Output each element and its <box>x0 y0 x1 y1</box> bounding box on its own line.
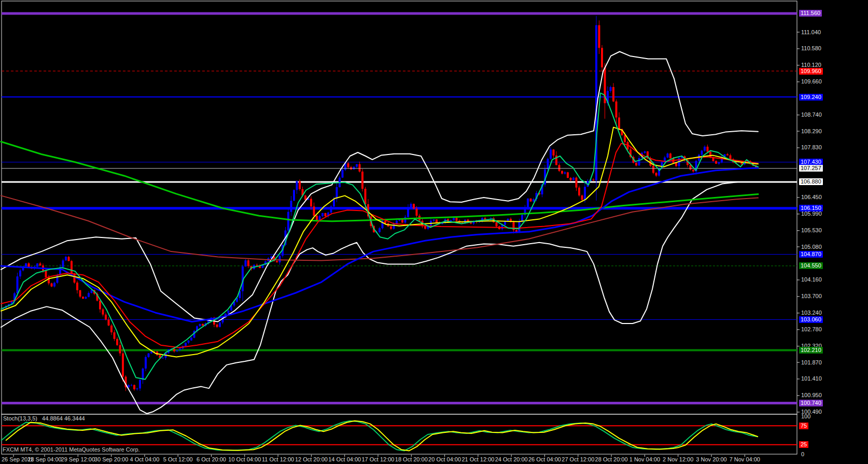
price-axis-label: 103.700 <box>801 293 822 300</box>
time-axis-label: 26 Oct 04:00 <box>528 456 561 462</box>
price-axis-label: 110.580 <box>801 45 821 52</box>
time-axis-label: 14 Oct 04:00 <box>328 456 361 462</box>
stoch-axis-label: 0 <box>801 451 804 458</box>
price-chart-canvas[interactable] <box>0 0 868 464</box>
stochastic-values: 44.8864 46.3444 <box>42 415 85 421</box>
price-axis-label: 105.990 <box>801 210 822 217</box>
price-level-label: 104.550 <box>799 262 823 269</box>
ma-yellow <box>1 127 758 357</box>
time-axis-label: 5 Oct 12:00 <box>163 456 193 462</box>
ma-red <box>1 144 758 348</box>
stoch-level-label: 25 <box>799 441 808 448</box>
mt4-chart-window: 111.560111.040110.580110.120109.960109.6… <box>0 0 868 464</box>
time-axis-label: 30 Sep 20:00 <box>94 456 128 462</box>
time-axis-label: 3 Nov 20:00 <box>696 456 726 462</box>
price-level-label: 103.060 <box>799 316 823 323</box>
time-axis-label: 28 Sep 04:00 <box>27 456 61 462</box>
price-level-label: 100.740 <box>799 400 823 406</box>
time-axis-label: 6 Oct 20:00 <box>197 456 226 462</box>
price-axis-label: 103.240 <box>801 310 822 316</box>
time-axis-label: 2 Nov 12:00 <box>663 456 693 462</box>
price-axis-label: 104.160 <box>801 276 822 283</box>
price-axis-label: 100.950 <box>801 392 822 399</box>
time-axis-label: 10 Oct 04:00 <box>228 456 261 462</box>
time-axis-label: 28 Oct 20:00 <box>595 456 628 462</box>
price-axis-label: 106.450 <box>801 194 822 201</box>
time-axis-label: 21 Oct 12:00 <box>461 456 494 462</box>
time-axis-label: 1 Nov 04:00 <box>629 456 660 462</box>
price-axis-label: 101.410 <box>801 375 822 382</box>
price-axis-label: 105.530 <box>801 227 822 234</box>
price-level-label: 111.560 <box>799 10 822 17</box>
price-level-label: 106.880 <box>799 178 823 185</box>
price-axis-label: 108.740 <box>801 111 822 118</box>
time-axis-label: 12 Oct 20:00 <box>295 456 328 462</box>
time-axis-label: 18 Oct 20:00 <box>395 456 428 462</box>
price-axis-label: 107.830 <box>801 144 822 151</box>
time-axis-label: 20 Oct 04:00 <box>428 456 461 462</box>
price-axis-label: 102.780 <box>801 326 822 333</box>
time-axis-label: 27 Oct 12:00 <box>562 456 594 462</box>
price-level-label: 109.240 <box>799 94 823 101</box>
time-axis-label: 17 Oct 12:00 <box>362 456 395 462</box>
price-level-label: 102.210 <box>799 347 823 354</box>
stochastic-name: Stoch(13,3,5) <box>3 415 37 421</box>
stochastic-indicator-label: Stoch(13,3,5) 44.8864 46.3444 <box>3 415 85 421</box>
price-axis-label: 105.080 <box>801 244 822 250</box>
panel-frames <box>2 1 797 454</box>
time-axis-label: 7 Nov 04:00 <box>730 456 760 462</box>
time-axis-label: 11 Oct 12:00 <box>262 456 294 462</box>
price-axis-label: 101.870 <box>801 359 822 366</box>
ma-blue <box>1 168 758 322</box>
price-level-label: 107.257 <box>799 165 823 172</box>
stoch-level-label: 75 <box>799 423 808 429</box>
price-axis-label: 108.290 <box>801 128 822 135</box>
time-axis-label: 24 Oct 20:00 <box>495 456 528 462</box>
price-level-label: 104.870 <box>799 251 823 258</box>
stoch-axis-label: 100 <box>801 413 810 420</box>
horizontal-lines[interactable] <box>2 13 797 403</box>
time-axis-label: 4 Oct 04:00 <box>130 456 159 462</box>
time-axis-label: 29 Sep 12:00 <box>61 456 95 462</box>
copyright-text: FXCM MT4, © 2001-2011 MetaQuotes Softwar… <box>3 446 140 453</box>
price-axis-label: 111.040 <box>801 29 821 36</box>
price-axis-label: 109.660 <box>801 78 822 85</box>
price-level-label: 109.960 <box>799 68 823 75</box>
